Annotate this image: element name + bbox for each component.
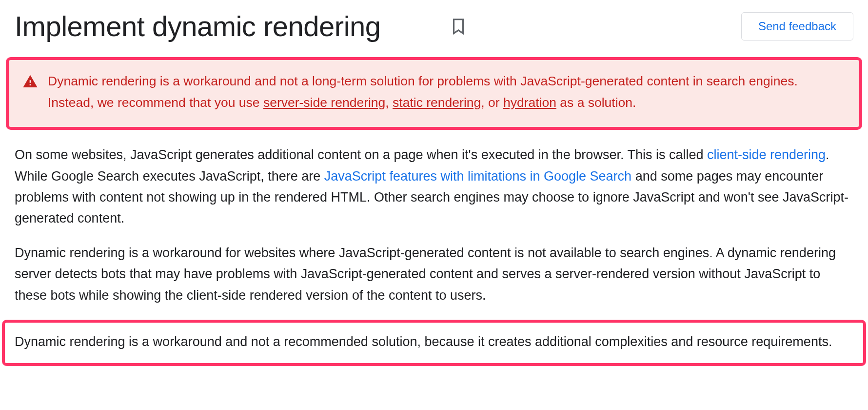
- page-title: Implement dynamic rendering: [15, 10, 381, 42]
- warning-alert: Dynamic rendering is a workaround and no…: [6, 57, 862, 130]
- text-segment: On some websites, JavaScript generates a…: [15, 147, 707, 162]
- alert-text-segment: ,: [385, 95, 393, 110]
- bookmark-button[interactable]: [449, 17, 468, 36]
- link-js-limitations[interactable]: JavaScript features with limitations in …: [324, 169, 631, 184]
- highlighted-paragraph: Dynamic rendering is a workaround and no…: [15, 331, 853, 352]
- intro-paragraph-2: Dynamic rendering is a workaround for we…: [15, 243, 853, 306]
- link-static-rendering[interactable]: static rendering: [393, 95, 481, 110]
- alert-text-segment: as a solution.: [556, 95, 636, 110]
- page-header: Implement dynamic rendering Send feedbac…: [15, 10, 853, 42]
- link-client-side-rendering[interactable]: client-side rendering: [707, 147, 826, 162]
- warning-text: Dynamic rendering is a workaround and no…: [48, 71, 846, 113]
- bookmark-icon: [449, 17, 468, 36]
- send-feedback-button[interactable]: Send feedback: [741, 12, 853, 41]
- link-hydration[interactable]: hydration: [503, 95, 556, 110]
- alert-text-segment: , or: [481, 95, 503, 110]
- link-server-side-rendering[interactable]: server-side rendering: [263, 95, 385, 110]
- warning-icon: [22, 74, 38, 113]
- intro-paragraph-1: On some websites, JavaScript generates a…: [15, 144, 853, 229]
- highlighted-note: Dynamic rendering is a workaround and no…: [2, 320, 866, 366]
